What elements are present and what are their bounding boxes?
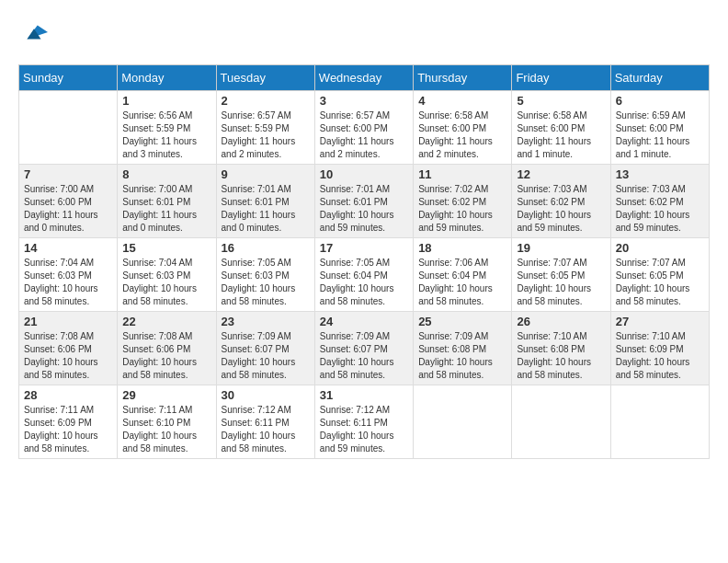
day-number: 25 xyxy=(418,315,506,328)
weekday-header-row: SundayMondayTuesdayWednesdayThursdayFrid… xyxy=(19,65,710,91)
sunset-text: Sunset: 5:59 PM xyxy=(222,122,310,135)
daylight-text: Daylight: 10 hours and 58 minutes. xyxy=(517,282,605,308)
weekday-sunday: Sunday xyxy=(19,65,118,91)
daylight-text: Daylight: 10 hours and 58 minutes. xyxy=(222,430,310,455)
sunrise-text: Sunrise: 6:58 AM xyxy=(418,109,506,122)
daylight-text: Daylight: 10 hours and 58 minutes. xyxy=(222,356,310,382)
sunrise-text: Sunrise: 7:00 AM xyxy=(24,183,112,196)
daylight-text: Daylight: 11 hours and 0 minutes. xyxy=(122,209,210,235)
sunset-text: Sunset: 6:03 PM xyxy=(122,270,210,282)
day-number: 27 xyxy=(616,315,704,328)
sunset-text: Sunset: 6:00 PM xyxy=(517,122,605,135)
daylight-text: Daylight: 10 hours and 58 minutes. xyxy=(616,282,704,308)
calendar-cell: 2Sunrise: 6:57 AMSunset: 5:59 PMDaylight… xyxy=(216,91,314,165)
day-info: Sunrise: 6:57 AMSunset: 6:00 PMDaylight:… xyxy=(320,109,408,161)
day-info: Sunrise: 7:04 AMSunset: 6:03 PMDaylight:… xyxy=(24,257,112,308)
sunrise-text: Sunrise: 7:12 AM xyxy=(320,404,408,417)
day-info: Sunrise: 7:05 AMSunset: 6:03 PMDaylight:… xyxy=(222,257,310,308)
sunrise-text: Sunrise: 7:09 AM xyxy=(320,330,408,343)
sunrise-text: Sunrise: 7:06 AM xyxy=(418,257,506,270)
day-info: Sunrise: 7:10 AMSunset: 6:08 PMDaylight:… xyxy=(517,330,605,382)
calendar-cell: 23Sunrise: 7:09 AMSunset: 6:07 PMDayligh… xyxy=(216,312,314,385)
sunrise-text: Sunrise: 6:56 AM xyxy=(122,109,210,122)
day-info: Sunrise: 7:00 AMSunset: 6:01 PMDaylight:… xyxy=(122,183,210,235)
sunset-text: Sunset: 6:04 PM xyxy=(418,270,506,282)
sunrise-text: Sunrise: 6:57 AM xyxy=(222,109,310,122)
calendar-cell: 19Sunrise: 7:07 AMSunset: 6:05 PMDayligh… xyxy=(512,238,610,312)
day-info: Sunrise: 7:12 AMSunset: 6:11 PMDaylight:… xyxy=(222,404,310,455)
day-number: 8 xyxy=(122,167,210,181)
day-info: Sunrise: 7:12 AMSunset: 6:11 PMDaylight:… xyxy=(320,404,408,455)
day-info: Sunrise: 6:57 AMSunset: 5:59 PMDaylight:… xyxy=(222,109,310,161)
sunset-text: Sunset: 6:05 PM xyxy=(616,270,704,282)
calendar-cell: 28Sunrise: 7:11 AMSunset: 6:09 PMDayligh… xyxy=(19,385,118,459)
sunrise-text: Sunrise: 7:08 AM xyxy=(24,330,112,343)
day-number: 14 xyxy=(24,241,112,255)
calendar: SundayMondayTuesdayWednesdayThursdayFrid… xyxy=(18,64,710,459)
day-info: Sunrise: 7:08 AMSunset: 6:06 PMDaylight:… xyxy=(122,330,210,382)
day-info: Sunrise: 7:08 AMSunset: 6:06 PMDaylight:… xyxy=(24,330,112,382)
day-number: 29 xyxy=(122,388,210,402)
sunrise-text: Sunrise: 6:59 AM xyxy=(616,109,704,122)
day-number: 6 xyxy=(616,94,704,108)
daylight-text: Daylight: 10 hours and 58 minutes. xyxy=(222,282,310,308)
weekday-thursday: Thursday xyxy=(414,65,512,91)
day-info: Sunrise: 7:09 AMSunset: 6:07 PMDaylight:… xyxy=(222,330,310,382)
daylight-text: Daylight: 10 hours and 58 minutes. xyxy=(24,430,112,455)
daylight-text: Daylight: 10 hours and 58 minutes. xyxy=(418,356,506,382)
day-number: 4 xyxy=(418,94,506,108)
calendar-cell xyxy=(19,91,118,165)
sunset-text: Sunset: 6:08 PM xyxy=(418,343,506,356)
calendar-cell: 7Sunrise: 7:00 AMSunset: 6:00 PMDaylight… xyxy=(19,165,118,238)
calendar-cell: 17Sunrise: 7:05 AMSunset: 6:04 PMDayligh… xyxy=(314,238,413,312)
sunset-text: Sunset: 6:01 PM xyxy=(122,196,210,209)
day-number: 16 xyxy=(222,241,310,255)
daylight-text: Daylight: 10 hours and 58 minutes. xyxy=(24,356,112,382)
calendar-cell: 13Sunrise: 7:03 AMSunset: 6:02 PMDayligh… xyxy=(610,165,709,238)
daylight-text: Daylight: 10 hours and 58 minutes. xyxy=(122,282,210,308)
day-info: Sunrise: 7:00 AMSunset: 6:00 PMDaylight:… xyxy=(24,183,112,235)
calendar-cell: 27Sunrise: 7:10 AMSunset: 6:09 PMDayligh… xyxy=(610,312,709,385)
day-number: 21 xyxy=(24,315,112,328)
daylight-text: Daylight: 10 hours and 58 minutes. xyxy=(616,356,704,382)
sunrise-text: Sunrise: 7:01 AM xyxy=(320,183,408,196)
day-info: Sunrise: 7:07 AMSunset: 6:05 PMDaylight:… xyxy=(517,257,605,308)
daylight-text: Daylight: 11 hours and 1 minute. xyxy=(517,135,605,161)
sunrise-text: Sunrise: 7:01 AM xyxy=(222,183,310,196)
daylight-text: Daylight: 10 hours and 58 minutes. xyxy=(24,282,112,308)
daylight-text: Daylight: 11 hours and 0 minutes. xyxy=(222,209,310,235)
daylight-text: Daylight: 10 hours and 58 minutes. xyxy=(418,282,506,308)
day-info: Sunrise: 7:03 AMSunset: 6:02 PMDaylight:… xyxy=(517,183,605,235)
day-number: 17 xyxy=(320,241,408,255)
sunrise-text: Sunrise: 7:04 AM xyxy=(24,257,112,270)
calendar-cell: 5Sunrise: 6:58 AMSunset: 6:00 PMDaylight… xyxy=(512,91,610,165)
day-info: Sunrise: 7:03 AMSunset: 6:02 PMDaylight:… xyxy=(616,183,704,235)
calendar-cell: 4Sunrise: 6:58 AMSunset: 6:00 PMDaylight… xyxy=(414,91,512,165)
calendar-cell xyxy=(512,385,610,459)
calendar-cell: 11Sunrise: 7:02 AMSunset: 6:02 PMDayligh… xyxy=(414,165,512,238)
sunset-text: Sunset: 6:11 PM xyxy=(222,417,310,430)
day-info: Sunrise: 7:06 AMSunset: 6:04 PMDaylight:… xyxy=(418,257,506,308)
calendar-cell: 18Sunrise: 7:06 AMSunset: 6:04 PMDayligh… xyxy=(414,238,512,312)
sunset-text: Sunset: 6:00 PM xyxy=(320,122,408,135)
sunrise-text: Sunrise: 7:09 AM xyxy=(418,330,506,343)
calendar-cell: 16Sunrise: 7:05 AMSunset: 6:03 PMDayligh… xyxy=(216,238,314,312)
calendar-cell xyxy=(414,385,512,459)
day-number: 24 xyxy=(320,315,408,328)
calendar-cell: 26Sunrise: 7:10 AMSunset: 6:08 PMDayligh… xyxy=(512,312,610,385)
daylight-text: Daylight: 10 hours and 59 minutes. xyxy=(320,209,408,235)
sunset-text: Sunset: 6:06 PM xyxy=(24,343,112,356)
weekday-friday: Friday xyxy=(512,65,610,91)
sunset-text: Sunset: 6:01 PM xyxy=(320,196,408,209)
calendar-cell: 6Sunrise: 6:59 AMSunset: 6:00 PMDaylight… xyxy=(610,91,709,165)
sunset-text: Sunset: 5:59 PM xyxy=(122,122,210,135)
sunrise-text: Sunrise: 6:58 AM xyxy=(517,109,605,122)
daylight-text: Daylight: 10 hours and 58 minutes. xyxy=(122,430,210,455)
day-number: 7 xyxy=(24,167,112,181)
day-info: Sunrise: 7:11 AMSunset: 6:09 PMDaylight:… xyxy=(24,404,112,455)
sunrise-text: Sunrise: 7:11 AM xyxy=(122,404,210,417)
sunrise-text: Sunrise: 7:03 AM xyxy=(517,183,605,196)
sunset-text: Sunset: 6:02 PM xyxy=(616,196,704,209)
sunset-text: Sunset: 6:09 PM xyxy=(24,417,112,430)
weekday-monday: Monday xyxy=(118,65,216,91)
